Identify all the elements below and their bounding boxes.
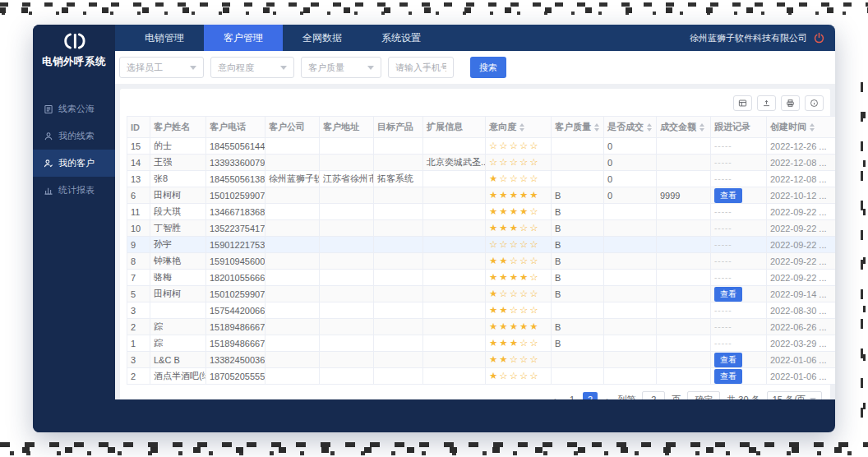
- column-header-label: 客户质量: [555, 121, 591, 133]
- cell-customer-company: [265, 319, 320, 335]
- clipboard-icon: [44, 104, 53, 114]
- table-row[interactable]: 5田柯柯15010259907★☆☆☆☆B查看2022-09-14 ...: [127, 286, 835, 302]
- export-button[interactable]: [733, 95, 752, 111]
- star-filled-icon: ★: [489, 339, 497, 349]
- view-record-button[interactable]: 查看: [714, 353, 742, 367]
- star-empty-icon: ☆: [510, 306, 518, 316]
- sidebar-item-2[interactable]: 我的线索: [33, 122, 115, 150]
- chart-icon: [44, 186, 53, 196]
- sidebar-item-label: 我的线索: [58, 130, 95, 142]
- cell-intent-stars: ☆☆☆☆☆: [486, 155, 552, 171]
- view-record-button[interactable]: 查看: [714, 188, 742, 203]
- nav-tab-2[interactable]: 客户管理: [204, 25, 283, 51]
- table-row[interactable]: 15的士18455056144☆☆☆☆☆0-----2022-12-26 ...: [127, 138, 835, 155]
- star-empty-icon: ☆: [519, 306, 528, 316]
- scan-noise-bottom: [0, 441, 868, 455]
- table-row[interactable]: 2酒点半酒吧(绿...18705205555★☆☆☆☆查看2022-01-06 …: [127, 368, 835, 385]
- table-row[interactable]: 11段大琪13466718368★★★★☆B-----2022-09-22 ..…: [127, 204, 835, 220]
- cell-customer-phone: 15901221753: [206, 237, 265, 253]
- sort-caret-icon[interactable]: [647, 123, 652, 132]
- cell-customer-name: 王强: [150, 155, 206, 171]
- cell-customer-name: 钟琳艳: [150, 253, 206, 270]
- sort-caret-icon[interactable]: [810, 123, 815, 132]
- cell-customer-company: [265, 352, 320, 368]
- cell-intent-stars: ★★☆☆☆: [486, 302, 552, 319]
- upload-button[interactable]: [757, 95, 776, 111]
- column-header[interactable]: 意向度: [486, 117, 552, 138]
- empty-record-dash: -----: [714, 339, 732, 348]
- cell-created-time: 2022-12-26 ...: [767, 138, 835, 155]
- sort-caret-icon[interactable]: [519, 123, 524, 132]
- chevron-down-icon: [280, 66, 287, 70]
- nav-tab-1[interactable]: 电销管理: [125, 25, 204, 51]
- column-header[interactable]: 创建时间: [767, 117, 835, 138]
- cell-created-time: 2022-09-22 ...: [767, 204, 835, 220]
- cell-created-time: 2022-10-12 ...: [767, 187, 835, 204]
- column-header[interactable]: 客户质量: [552, 117, 604, 138]
- view-record-button[interactable]: 查看: [714, 287, 742, 302]
- table-row[interactable]: 13张818455056138徐州蓝狮子软...江苏省徐州市...拓客系统★☆☆…: [127, 171, 835, 187]
- app-logo: 电销外呼系统: [33, 25, 115, 71]
- search-button[interactable]: 搜索: [470, 57, 506, 78]
- table-row[interactable]: 9孙宇15901221753☆☆☆☆☆B-----2022-09-22 ...: [127, 237, 835, 253]
- cell-extra-info: [423, 171, 486, 187]
- star-filled-icon: ★: [489, 289, 497, 299]
- upload-icon: [762, 99, 771, 108]
- table-row[interactable]: 1踪15189486667★★★☆☆B-----2022-03-29 ...: [127, 335, 835, 352]
- cell-extra-info: [423, 270, 486, 286]
- star-filled-icon: ★: [489, 191, 497, 201]
- table-row[interactable]: 3L&C B13382450036★★☆☆☆查看2022-01-06 ...: [127, 352, 835, 368]
- column-header: 客户公司: [265, 117, 320, 138]
- employee-select[interactable]: 选择员工: [119, 57, 204, 78]
- phone-input[interactable]: [388, 57, 454, 78]
- cell-created-time: 2022-06-26 ...: [767, 319, 835, 335]
- cell-extra-info: [423, 187, 486, 204]
- star-empty-icon: ☆: [489, 158, 497, 168]
- cell-customer-name: 田柯柯: [150, 286, 206, 302]
- column-header-label: 客户地址: [323, 121, 359, 133]
- column-header: 目标产品: [374, 117, 423, 138]
- column-header[interactable]: 成交金额: [657, 117, 711, 138]
- table-row[interactable]: 6田柯柯15010259907★★★★★B09999查看2022-10-12 .…: [127, 187, 835, 204]
- table-row[interactable]: 10丁智胜13522375417★★★☆☆B-----2022-09-22 ..…: [127, 220, 835, 237]
- sidebar-item-1[interactable]: 线索公海: [33, 95, 115, 122]
- star-empty-icon: ☆: [510, 174, 518, 184]
- cell-customer-quality: [552, 352, 604, 368]
- view-record-button[interactable]: 查看: [714, 369, 742, 384]
- nav-tab-4[interactable]: 系统设置: [362, 25, 441, 51]
- cell-id: 7: [127, 270, 150, 286]
- top-nav-bar: 电销管理客户管理全网数据系统设置 徐州蓝狮子软件科技有限公司: [115, 25, 835, 51]
- power-icon[interactable]: [813, 32, 825, 44]
- nav-tab-3[interactable]: 全网数据: [283, 25, 362, 51]
- cell-deal-status: [604, 335, 657, 352]
- sidebar-menu: 线索公海我的线索我的客户统计报表: [33, 95, 115, 204]
- star-filled-icon: ★: [499, 322, 507, 332]
- info-button[interactable]: [805, 95, 824, 111]
- cell-target-product: [374, 138, 423, 155]
- intent-select[interactable]: 意向程度: [210, 57, 294, 78]
- sort-caret-icon[interactable]: [699, 123, 704, 132]
- sidebar-item-4[interactable]: 统计报表: [33, 177, 115, 204]
- quality-select[interactable]: 客户质量: [301, 57, 381, 78]
- empty-record-dash: -----: [714, 256, 732, 265]
- table-row[interactable]: 2踪15189486667★★★★★B-----2022-06-26 ...: [127, 319, 835, 335]
- column-header[interactable]: 是否成交: [604, 117, 657, 138]
- cell-follow-record: -----: [711, 270, 767, 286]
- column-header: 客户电话: [206, 117, 265, 138]
- star-empty-icon: ☆: [529, 306, 538, 316]
- print-button[interactable]: [781, 95, 800, 111]
- table-row[interactable]: 315754420066★★☆☆☆-----2022-08-30 ...: [127, 302, 835, 319]
- cell-extra-info: [423, 204, 486, 220]
- table-row[interactable]: 7骆梅18201055666★★★★☆B-----2022-09-22 ...: [127, 270, 835, 286]
- sort-caret-icon[interactable]: [594, 123, 599, 132]
- cell-extra-info: [423, 237, 486, 253]
- star-empty-icon: ☆: [510, 372, 518, 381]
- star-empty-icon: ☆: [529, 240, 538, 250]
- star-empty-icon: ☆: [510, 240, 518, 250]
- cell-deal-amount: [657, 171, 711, 187]
- cell-intent-stars: ★☆☆☆☆: [486, 286, 552, 302]
- sidebar-item-3[interactable]: 我的客户: [33, 150, 115, 177]
- table-row[interactable]: 8钟琳艳15910945600★★☆☆☆B-----2022-09-22 ...: [127, 253, 835, 270]
- table-row[interactable]: 14王强13393360079北京奕城武圣...☆☆☆☆☆0-----2022-…: [127, 155, 835, 171]
- cell-deal-status: [604, 319, 657, 335]
